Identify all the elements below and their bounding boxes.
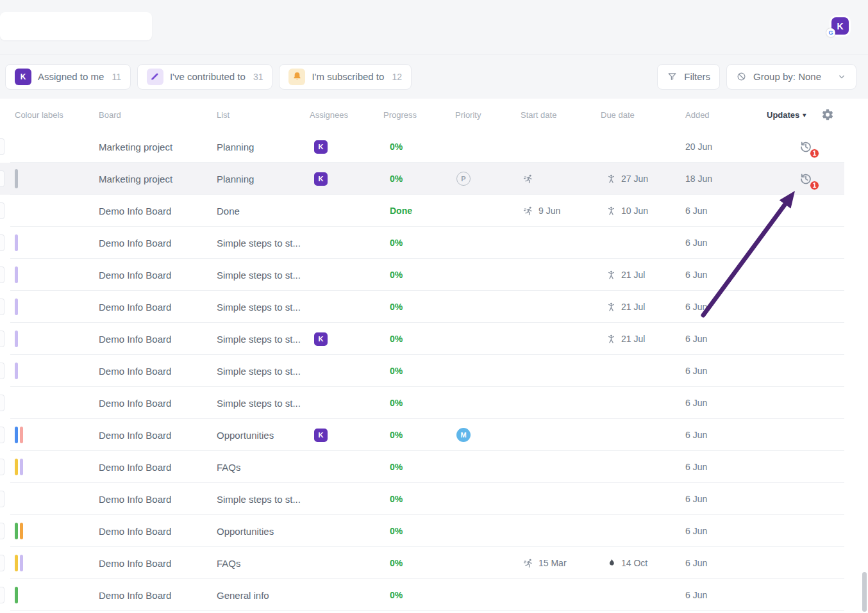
colour-label-blue xyxy=(15,427,18,443)
table-row[interactable]: Demo Info Board FAQs 0% 6 Jun xyxy=(0,451,844,483)
added-date: 6 Jun xyxy=(685,387,759,419)
board-name: Demo Info Board xyxy=(99,515,217,547)
tasks-table: Colour labels Board List Assignees Progr… xyxy=(0,99,868,611)
row-handle[interactable] xyxy=(0,459,4,475)
updates-button[interactable]: 1 xyxy=(799,171,814,186)
table-row[interactable]: Marketing project Planning K 0% 20 Jun 1 xyxy=(0,131,844,163)
added-date: 6 Jun xyxy=(685,547,759,579)
board-name: Demo Info Board xyxy=(99,419,217,451)
progress-value: 0% xyxy=(383,451,455,483)
search-box[interactable] xyxy=(0,12,152,40)
colour-label-yellow xyxy=(15,459,18,475)
header-updates-label: Updates xyxy=(767,110,799,120)
added-date: 6 Jun xyxy=(685,355,759,387)
row-handle[interactable] xyxy=(0,491,4,507)
board-name: Demo Info Board xyxy=(99,355,217,387)
row-handle[interactable] xyxy=(0,170,4,187)
row-handle[interactable] xyxy=(0,363,4,379)
table-row[interactable]: Demo Info Board Done Done 9 Jun 10 Jun 6… xyxy=(0,195,844,227)
header-due-date: Due date xyxy=(601,99,685,131)
progress-value: 0% xyxy=(383,131,455,163)
list-name: Planning xyxy=(217,131,310,163)
group-by-label: Group by: None xyxy=(753,71,821,82)
colour-label-lavender xyxy=(15,234,18,251)
filter-chip-bar: K Assigned to me 11 I've contributed to … xyxy=(0,54,868,99)
gear-icon[interactable] xyxy=(821,108,835,122)
header-list: List xyxy=(217,99,310,131)
filters-button[interactable]: Filters xyxy=(657,64,720,90)
colour-label-yellow xyxy=(15,555,18,571)
due-person-icon xyxy=(606,334,617,345)
table-row[interactable]: Demo Info Board Simple steps to st... 0%… xyxy=(0,355,844,387)
colour-label-salmon xyxy=(20,427,23,443)
header-progress: Progress xyxy=(383,99,455,131)
chip-contributed-to[interactable]: I've contributed to 31 xyxy=(137,64,273,90)
row-handle[interactable] xyxy=(0,523,4,539)
row-handle[interactable] xyxy=(0,202,4,219)
row-handle[interactable] xyxy=(0,266,4,283)
table-row-selected[interactable]: Marketing project Planning K 0% P 27 Jun… xyxy=(0,163,844,195)
board-name: Demo Info Board xyxy=(99,483,217,515)
due-person-icon xyxy=(606,206,617,217)
table-row[interactable]: Demo Info Board Opportunities 0% 6 Jun xyxy=(0,515,844,547)
table-row[interactable]: Demo Info Board General info 0% 6 Jun xyxy=(0,579,844,611)
updates-button[interactable]: 1 xyxy=(799,139,814,154)
progress-value: 0% xyxy=(383,515,455,547)
assignee-avatar: K xyxy=(314,172,328,186)
colour-labels-cell xyxy=(10,131,99,163)
chevron-down-icon xyxy=(837,72,847,82)
start-date: 9 Jun xyxy=(538,206,560,216)
colour-label-lavender xyxy=(15,298,18,315)
added-date: 6 Jun xyxy=(685,291,759,323)
due-person-icon xyxy=(606,270,617,281)
board-name: Demo Info Board xyxy=(99,387,217,419)
filters-label: Filters xyxy=(684,71,710,82)
colour-labels-cell xyxy=(10,163,99,195)
row-handle[interactable] xyxy=(0,395,4,411)
due-person-icon xyxy=(606,302,617,313)
row-handle[interactable] xyxy=(0,138,4,155)
header-added: Added xyxy=(685,99,759,131)
colour-label-lavender xyxy=(15,363,18,379)
chip-subscribed-to[interactable]: I'm subscribed to 12 xyxy=(279,64,412,90)
table-row[interactable]: Demo Info Board Simple steps to st... 0%… xyxy=(0,483,844,515)
row-handle[interactable] xyxy=(0,555,4,571)
table-row[interactable]: Demo Info Board FAQs 0% 15 Mar 14 Oct 6 … xyxy=(0,547,844,579)
table-row[interactable]: Demo Info Board Simple steps to st... 0%… xyxy=(0,259,844,291)
progress-value: 0% xyxy=(383,355,455,387)
table-row[interactable]: Demo Info Board Simple steps to st... 0%… xyxy=(0,291,844,323)
scrollbar-thumb[interactable] xyxy=(862,572,867,612)
list-name: Planning xyxy=(217,163,310,195)
top-bar: K G xyxy=(0,0,868,54)
row-handle[interactable] xyxy=(0,234,4,251)
added-date: 6 Jun xyxy=(685,323,759,355)
board-name: Demo Info Board xyxy=(99,195,217,227)
table-row[interactable]: Demo Info Board Simple steps to st... 0%… xyxy=(0,387,844,419)
board-name: Demo Info Board xyxy=(99,547,217,579)
row-handle[interactable] xyxy=(0,587,4,603)
table-row[interactable]: Demo Info Board Simple steps to st... K … xyxy=(0,323,844,355)
account-avatar[interactable]: K G xyxy=(831,17,849,35)
table-row[interactable]: Demo Info Board Opportunities K 0% M 6 J… xyxy=(0,419,844,451)
table-row[interactable]: Demo Info Board Simple steps to st... 0%… xyxy=(0,227,844,259)
due-flame-icon xyxy=(606,558,617,569)
board-name: Marketing project xyxy=(99,163,217,195)
added-date: 6 Jun xyxy=(685,195,759,227)
table-header-row: Colour labels Board List Assignees Progr… xyxy=(0,99,844,131)
group-by-button[interactable]: Group by: None xyxy=(726,64,856,90)
progress-value: 0% xyxy=(383,227,455,259)
chip-assigned-to-me[interactable]: K Assigned to me 11 xyxy=(5,64,131,90)
header-updates-sort[interactable]: Updates ▾ xyxy=(759,99,844,131)
due-date: 10 Jun xyxy=(621,206,648,216)
board-name: Demo Info Board xyxy=(99,451,217,483)
row-handle[interactable] xyxy=(0,427,4,443)
colour-label-lavender xyxy=(20,459,23,475)
google-badge-icon: G xyxy=(826,28,835,37)
row-handle[interactable] xyxy=(0,331,4,347)
list-name: Simple steps to st... xyxy=(217,227,310,259)
board-name: Marketing project xyxy=(99,131,217,163)
pen-icon xyxy=(147,69,163,85)
header-colour-labels: Colour labels xyxy=(10,99,99,131)
row-handle[interactable] xyxy=(0,298,4,315)
colour-label-green xyxy=(15,587,18,603)
